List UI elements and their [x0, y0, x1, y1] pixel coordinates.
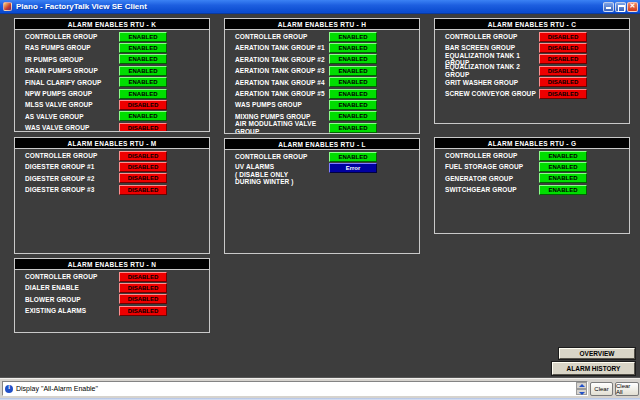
panel-rtu-h: ALARM ENABLES RTU - HCONTROLLER GROUPENA…: [224, 18, 420, 134]
alarm-row-label: GRIT WASHER GROUP: [445, 79, 518, 87]
status-button-disabled[interactable]: DISABLED: [539, 66, 587, 76]
alarm-row-label: DRAIN PUMPS GROUP: [25, 67, 98, 75]
status-button-enabled[interactable]: ENABLED: [329, 152, 377, 162]
alarm-row: CONTROLLER GROUPDISABLED: [435, 31, 629, 42]
alarm-row-label: GENERATOR GROUP: [445, 175, 513, 183]
status-button-disabled[interactable]: DISABLED: [119, 173, 167, 183]
status-button-enabled[interactable]: ENABLED: [119, 89, 167, 99]
status-button-disabled[interactable]: DISABLED: [539, 43, 587, 53]
alarm-row-label: UV ALARMS ( DISABLE ONLY DURING WINTER ): [235, 163, 294, 186]
alarm-row: SCREW CONVEYOR GROUPDISABLED: [435, 88, 629, 99]
status-button-enabled[interactable]: ENABLED: [329, 66, 377, 76]
alarm-row: AERATION TANK GROUP #4ENABLED: [225, 77, 419, 88]
status-button-enabled[interactable]: ENABLED: [329, 100, 377, 110]
diagnostics-list[interactable]: Display "All-Alarm Enable": [2, 381, 588, 396]
panel-title: ALARM ENABLES RTU - K: [15, 19, 209, 30]
status-button-disabled[interactable]: DISABLED: [539, 32, 587, 42]
alarm-row-label: EXISTING ALARMS: [25, 307, 86, 315]
status-button-disabled[interactable]: DISABLED: [119, 162, 167, 172]
alarm-row: IR PUMPS GROUPENABLED: [15, 54, 209, 65]
close-button[interactable]: [627, 2, 638, 12]
alarm-row: EQUALIZATION TANK 2 GROUPDISABLED: [435, 65, 629, 76]
status-button-disabled[interactable]: DISABLED: [119, 151, 167, 161]
main-canvas: ALARM ENABLES RTU - KCONTROLLER GROUPENA…: [0, 15, 640, 377]
panel-body: CONTROLLER GROUPENABLEDFUEL STORAGE GROU…: [435, 149, 629, 196]
status-button-error[interactable]: Error: [329, 163, 377, 173]
status-button-enabled[interactable]: ENABLED: [539, 162, 587, 172]
diagnostics-scroll-spinner[interactable]: [576, 382, 587, 395]
alarm-row-label: AERATION TANK GROUP #2: [235, 56, 325, 64]
status-button-disabled[interactable]: DISABLED: [119, 185, 167, 195]
status-button-disabled[interactable]: DISABLED: [539, 54, 587, 64]
maximize-button[interactable]: [615, 2, 626, 12]
clear-all-button[interactable]: Clear All: [615, 382, 639, 396]
diagnostics-message: Display "All-Alarm Enable": [16, 385, 98, 392]
panel-title: ALARM ENABLES RTU - H: [225, 19, 419, 30]
status-button-disabled[interactable]: DISABLED: [119, 100, 167, 110]
status-button-enabled[interactable]: ENABLED: [119, 77, 167, 87]
alarm-row: CONTROLLER GROUPDISABLED: [15, 150, 209, 161]
alarm-row-label: AS VALVE GROUP: [25, 113, 84, 121]
alarm-row: WAS VALVE GROUPDISABLED: [15, 122, 209, 132]
alarm-row-label: AERATION TANK GROUP #5: [235, 90, 325, 98]
status-button-disabled[interactable]: DISABLED: [539, 77, 587, 87]
alarm-row-label: CONTROLLER GROUP: [235, 33, 307, 41]
status-button-enabled[interactable]: ENABLED: [119, 32, 167, 42]
status-button-disabled[interactable]: DISABLED: [119, 123, 167, 132]
alarm-row: AERATION TANK GROUP #1ENABLED: [225, 42, 419, 53]
status-button-enabled[interactable]: ENABLED: [329, 89, 377, 99]
alarm-row: NPW PUMPS GROUPENABLED: [15, 88, 209, 99]
status-button-enabled[interactable]: ENABLED: [539, 151, 587, 161]
status-button-disabled[interactable]: DISABLED: [539, 89, 587, 99]
alarm-row-label: IR PUMPS GROUP: [25, 56, 83, 64]
status-button-enabled[interactable]: ENABLED: [119, 111, 167, 121]
alarm-row-label: CONTROLLER GROUP: [25, 33, 97, 41]
alarm-history-button[interactable]: ALARM HISTORY: [552, 362, 635, 375]
alarm-row-label: MIXING PUMPS GROUP: [235, 113, 310, 121]
status-button-enabled[interactable]: ENABLED: [119, 54, 167, 64]
alarm-row-label: CONTROLLER GROUP: [445, 33, 517, 41]
clear-button[interactable]: Clear: [590, 382, 613, 396]
panel-body: CONTROLLER GROUPENABLEDRAS PUMPS GROUPEN…: [15, 30, 209, 132]
alarm-row: FINAL CLARIFY GROUPENABLED: [15, 77, 209, 88]
alarm-row-label: SWITCHGEAR GROUP: [445, 186, 517, 194]
status-button-enabled[interactable]: ENABLED: [119, 66, 167, 76]
alarm-row: AS VALVE GROUPENABLED: [15, 111, 209, 122]
status-button-enabled[interactable]: ENABLED: [329, 32, 377, 42]
alarm-row-label: WAS VALVE GROUP: [25, 124, 89, 132]
panel-rtu-g: ALARM ENABLES RTU - GCONTROLLER GROUPENA…: [434, 137, 630, 234]
status-button-enabled[interactable]: ENABLED: [329, 43, 377, 53]
status-button-disabled[interactable]: DISABLED: [119, 272, 167, 282]
status-button-disabled[interactable]: DISABLED: [119, 306, 167, 316]
panel-title: ALARM ENABLES RTU - N: [15, 259, 209, 270]
alarm-row-label: CONTROLLER GROUP: [25, 273, 97, 281]
minimize-button[interactable]: [603, 2, 614, 12]
status-button-enabled[interactable]: ENABLED: [119, 43, 167, 53]
alarm-row: CONTROLLER GROUPENABLED: [15, 31, 209, 42]
alarm-row: CONTROLLER GROUPDISABLED: [15, 271, 209, 282]
alarm-row: DIGESTER GROUP #3DISABLED: [15, 184, 209, 195]
alarm-row: AERATION TANK GROUP #2ENABLED: [225, 54, 419, 65]
overview-button[interactable]: OVERVIEW: [559, 348, 635, 359]
status-button-enabled[interactable]: ENABLED: [329, 77, 377, 87]
status-button-enabled[interactable]: ENABLED: [329, 123, 377, 133]
status-button-enabled[interactable]: ENABLED: [329, 54, 377, 64]
alarm-row: DIGESTER GROUP #2DISABLED: [15, 173, 209, 184]
panel-title: ALARM ENABLES RTU - L: [225, 139, 419, 150]
status-button-enabled[interactable]: ENABLED: [539, 185, 587, 195]
status-button-enabled[interactable]: ENABLED: [329, 111, 377, 121]
alarm-row: CONTROLLER GROUPENABLED: [225, 151, 419, 162]
alarm-row: AERATION TANK GROUP #3ENABLED: [225, 65, 419, 76]
alarm-row: DIGESTER GROUP #1DISABLED: [15, 161, 209, 172]
alarm-row-label: EQUALIZATION TANK 2 GROUP: [445, 63, 539, 78]
status-button-enabled[interactable]: ENABLED: [539, 173, 587, 183]
status-button-disabled[interactable]: DISABLED: [119, 294, 167, 304]
status-button-disabled[interactable]: DISABLED: [119, 283, 167, 293]
alarm-row: WAS PUMPS GROUPENABLED: [225, 99, 419, 110]
alarm-row-label: AERATION TANK GROUP #1: [235, 44, 325, 52]
alarm-row-label: DIGESTER GROUP #3: [25, 186, 95, 194]
alarm-row: FUEL STORAGE GROUPENABLED: [435, 161, 629, 172]
alarm-row-label: AIR MODULATING VALVE GROUP: [235, 120, 329, 134]
alarm-row: AIR MODULATING VALVE GROUPENABLED: [225, 122, 419, 133]
scroll-down-icon[interactable]: [576, 389, 587, 396]
